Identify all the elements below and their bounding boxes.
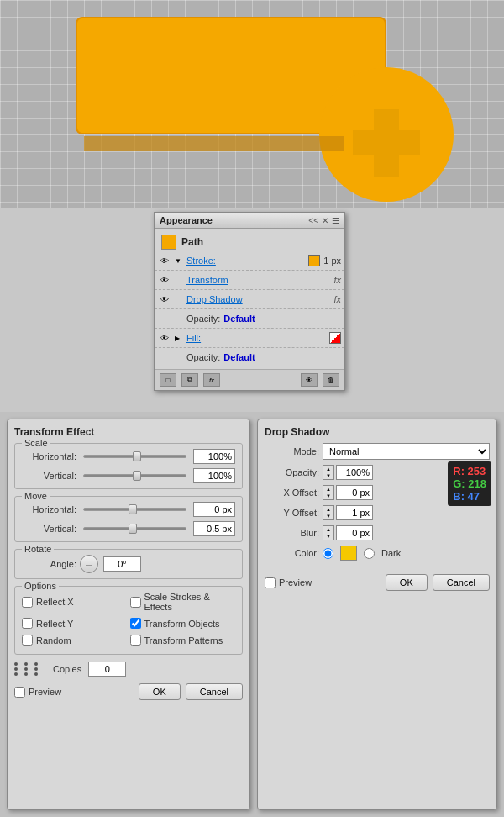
transform-ok-button[interactable]: OK [139, 683, 181, 700]
panel-menu-icon[interactable]: ☰ [332, 216, 339, 225]
transform-patterns-checkbox[interactable] [130, 635, 141, 646]
fill-expand-icon[interactable]: ▶ [175, 335, 183, 342]
transform-objects-row: Transform Objects [130, 618, 236, 629]
ds-opacity-spinner[interactable]: ▲ ▼ [323, 465, 334, 480]
move-v-thumb[interactable] [129, 524, 137, 534]
fill-row: 👁 ▶ Fill: [155, 329, 344, 346]
fill-visibility-icon[interactable]: 👁 [158, 332, 171, 344]
ds-mode-select[interactable]: Normal Multiply Screen [323, 443, 490, 460]
ds-opacity-down[interactable]: ▼ [323, 472, 333, 479]
rotate-label: Rotate [22, 544, 54, 554]
ds-color-swatch[interactable] [340, 546, 357, 561]
ds-dark-radio[interactable] [364, 548, 375, 559]
panel-collapse-icon[interactable]: << [308, 216, 318, 225]
transform-visibility-icon[interactable]: 👁 [158, 274, 171, 286]
transform-row: 👁 Transform fx [155, 271, 344, 288]
scale-strokes-checkbox[interactable] [130, 597, 141, 608]
random-checkbox[interactable] [22, 635, 33, 646]
fill-opacity-value[interactable]: Default [223, 352, 255, 362]
footer-delete-icon[interactable]: 🗑 [323, 373, 339, 387]
stroke-label[interactable]: Stroke: [186, 256, 305, 266]
ds-opacity-up[interactable]: ▲ [323, 466, 333, 472]
random-label: Random [36, 635, 71, 646]
ds-preview-checkbox[interactable] [265, 577, 276, 588]
ds-color-radio[interactable] [323, 548, 333, 559]
appearance-footer: □ ⧉ fx 👁 🗑 [155, 369, 344, 390]
point-6 [34, 667, 38, 671]
transform-preview-checkbox[interactable] [14, 687, 25, 698]
ds-blur-input[interactable] [336, 525, 373, 540]
reflect-x-label: Reflect X [36, 597, 74, 607]
move-v-input[interactable] [193, 521, 235, 536]
move-v-label: Vertical: [22, 524, 76, 534]
ds-blur-down[interactable]: ▼ [323, 533, 333, 540]
ds-opacity-input[interactable] [336, 465, 373, 480]
opacity-value[interactable]: Default [223, 314, 255, 324]
ds-blur-spinner[interactable]: ▲ ▼ [323, 525, 334, 540]
ds-x-label: X Offset: [265, 488, 319, 498]
transform-objects-checkbox[interactable] [130, 618, 141, 629]
ds-blur-row: Blur: ▲ ▼ [265, 525, 490, 540]
scale-v-slider[interactable] [83, 474, 186, 477]
transform-effect-panel: Transform Effect Scale Horizontal: Verti… [7, 419, 250, 810]
ds-x-up[interactable]: ▲ [323, 486, 333, 493]
ds-x-spinner[interactable]: ▲ ▼ [323, 485, 334, 500]
panel-close-icon[interactable]: ✕ [322, 216, 328, 225]
point-4 [14, 667, 18, 671]
scale-h-slider[interactable] [83, 455, 186, 458]
transform-footer: Preview OK Cancel [14, 683, 243, 700]
footer-fx-icon[interactable]: fx [203, 373, 220, 387]
transform-cancel-button[interactable]: Cancel [186, 683, 243, 700]
move-h-slider[interactable] [83, 508, 186, 511]
ds-color-radio-group: Dark [323, 546, 401, 561]
scale-h-label: Horizontal: [22, 451, 76, 461]
copies-input[interactable] [88, 662, 126, 677]
scale-h-input[interactable] [193, 449, 235, 464]
stroke-visibility-icon[interactable]: 👁 [158, 255, 171, 266]
drop-shadow-label[interactable]: Drop Shadow [186, 294, 330, 304]
ds-blur-up[interactable]: ▲ [323, 526, 333, 533]
ds-preview-row: Preview [265, 577, 312, 588]
point-7 [14, 672, 18, 676]
footer-eye-icon[interactable]: 👁 [301, 373, 318, 387]
move-v-slider[interactable] [83, 527, 186, 530]
orange-plus-shape [344, 101, 428, 185]
ds-y-input[interactable] [336, 505, 373, 520]
stroke-color-swatch[interactable] [308, 255, 320, 266]
scale-h-thumb[interactable] [133, 451, 141, 461]
ds-y-spinner[interactable]: ▲ ▼ [323, 505, 334, 520]
appearance-titlebar: Appearance << ✕ ☰ [155, 213, 344, 229]
options-grid: Reflect X Scale Strokes & Effects Reflec… [22, 592, 235, 649]
move-h-input[interactable] [193, 502, 235, 517]
fill-swatch[interactable] [329, 332, 341, 344]
scale-v-label: Vertical: [22, 471, 76, 481]
ds-cancel-button[interactable]: Cancel [433, 574, 490, 591]
transform-label[interactable]: Transform [186, 275, 330, 285]
ds-x-down[interactable]: ▼ [323, 493, 333, 499]
drop-shadow-visibility-icon[interactable]: 👁 [158, 293, 171, 305]
footer-dupe-icon[interactable]: ⧉ [181, 373, 198, 387]
reflect-y-label: Reflect Y [36, 619, 73, 629]
transform-patterns-label: Transform Patterns [144, 635, 223, 646]
ds-y-down[interactable]: ▼ [323, 513, 333, 519]
ds-x-group: ▲ ▼ [323, 485, 373, 500]
footer-new-icon[interactable]: □ [160, 373, 176, 387]
angle-input[interactable] [103, 556, 141, 572]
options-group: Options Reflect X Scale Strokes & Effect… [14, 586, 243, 655]
stroke-expand-icon[interactable]: ▼ [175, 257, 183, 265]
scale-v-thumb[interactable] [133, 471, 141, 481]
ds-x-input[interactable] [336, 485, 373, 500]
scale-v-input[interactable] [193, 468, 235, 483]
divider-5 [155, 347, 344, 348]
reflect-y-checkbox[interactable] [22, 618, 33, 629]
ds-ok-button[interactable]: OK [386, 574, 428, 591]
move-h-thumb[interactable] [129, 504, 137, 514]
copies-row: Copies [14, 662, 243, 677]
transform-panel-title: Transform Effect [14, 426, 243, 438]
path-swatch [161, 235, 176, 250]
ds-y-up[interactable]: ▲ [323, 506, 333, 513]
angle-dial[interactable] [80, 555, 98, 573]
reflect-x-checkbox[interactable] [22, 597, 33, 608]
move-label: Move [22, 491, 50, 501]
fill-label[interactable]: Fill: [186, 333, 326, 343]
